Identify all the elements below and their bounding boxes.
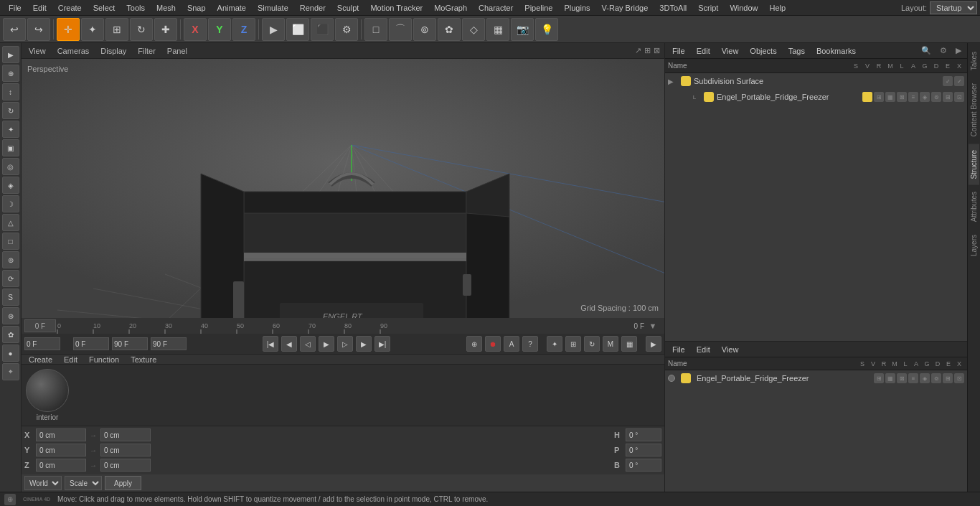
scene-tag-7[interactable]: ⊞ xyxy=(943,373,953,383)
cube-button[interactable]: □ xyxy=(364,18,387,41)
timeline-expand-btn[interactable]: ▼ xyxy=(644,322,661,330)
scale-select[interactable]: Scale xyxy=(65,476,102,490)
go-last-button[interactable]: ▶| xyxy=(374,336,390,352)
deformer-button[interactable]: ✿ xyxy=(438,18,461,41)
scene-tag-3[interactable]: ⊠ xyxy=(897,373,907,383)
undo-button[interactable]: ↩ xyxy=(3,18,26,41)
menu-snap[interactable]: Snap xyxy=(182,2,212,14)
camera-button[interactable]: 📷 xyxy=(511,18,534,41)
material-preview[interactable] xyxy=(26,369,69,412)
end-frame-input[interactable] xyxy=(151,337,187,350)
x-axis-button[interactable]: X xyxy=(184,18,207,41)
sidebar-btn-7[interactable]: ◈ xyxy=(2,177,19,194)
menu-select[interactable]: Select xyxy=(88,2,121,14)
coord-x-val2[interactable] xyxy=(100,428,151,441)
preview-end-input[interactable] xyxy=(112,337,148,350)
grid-key-btn[interactable]: ▦ xyxy=(621,336,637,352)
scene-file-menu[interactable]: File xyxy=(668,344,689,355)
obj-tag-8[interactable]: ⊡ xyxy=(954,92,964,102)
sidebar-btn-2[interactable]: ↕ xyxy=(2,83,19,100)
light-button[interactable]: 💡 xyxy=(535,18,558,41)
sidebar-btn-3[interactable]: ↻ xyxy=(2,102,19,119)
sidebar-btn-14[interactable]: ⊛ xyxy=(2,307,19,324)
next-key-button[interactable]: ▷ xyxy=(337,336,353,352)
scene-row-engel[interactable]: Engel_Portable_Fridge_Freezer ⊞ ▦ ⊠ ≡ ◈ … xyxy=(665,370,967,386)
scene-view-menu[interactable]: View xyxy=(717,344,743,355)
viewport-panel-menu[interactable]: Panel xyxy=(164,47,190,55)
menu-3dtoall[interactable]: 3DToAll xyxy=(654,2,692,14)
coord-p-val[interactable] xyxy=(626,444,661,456)
layout-select[interactable]: Startup xyxy=(930,1,977,14)
menu-simulate[interactable]: Simulate xyxy=(252,2,294,14)
field-button[interactable]: ◇ xyxy=(462,18,485,41)
menu-vray[interactable]: V-Ray Bridge xyxy=(596,2,654,14)
select-tool-button[interactable]: ✛ xyxy=(57,18,80,41)
vert-tab-layers[interactable]: Layers xyxy=(969,229,979,262)
prev-key-button[interactable]: ◁ xyxy=(300,336,316,352)
sidebar-btn-4[interactable]: ✦ xyxy=(2,121,19,138)
sidebar-btn-11[interactable]: ⊚ xyxy=(2,251,19,268)
redo-button[interactable]: ↪ xyxy=(27,18,50,41)
obj-tags-menu[interactable]: Tags xyxy=(784,45,809,57)
scene-tag-1[interactable]: ⊞ xyxy=(874,373,884,383)
viewport-icon-1[interactable]: ↗ xyxy=(635,46,641,55)
menu-render[interactable]: Render xyxy=(294,2,331,14)
obj-row-engel[interactable]: ▶ L Engel_Portable_Fridge_Freezer ⊞ ▦ ⊠ xyxy=(665,89,967,105)
menu-tools[interactable]: Tools xyxy=(121,2,151,14)
obj-color-engel[interactable] xyxy=(862,92,872,102)
record-btn[interactable]: ⏺ xyxy=(485,336,501,352)
scene-tag-4[interactable]: ≡ xyxy=(908,373,918,383)
menu-help[interactable]: Help xyxy=(764,2,792,14)
coord-b-val[interactable] xyxy=(626,459,661,472)
sidebar-btn-15[interactable]: ✿ xyxy=(2,326,19,343)
menu-plugins[interactable]: Plugins xyxy=(558,2,595,14)
menu-sculpt[interactable]: Sculpt xyxy=(331,2,365,14)
move-tool-button[interactable]: ✦ xyxy=(81,18,104,41)
vert-tab-structure[interactable]: Structure xyxy=(969,144,979,185)
menu-character[interactable]: Character xyxy=(473,2,519,14)
scale-tool-button[interactable]: ⊞ xyxy=(105,18,128,41)
scene-tag-5[interactable]: ◈ xyxy=(920,373,930,383)
scene-tag-2[interactable]: ▦ xyxy=(885,373,895,383)
obj-tag-2[interactable]: ▦ xyxy=(885,92,895,102)
obj-expand-icon-subdiv[interactable]: ▶ xyxy=(668,78,678,85)
viewport-display-menu[interactable]: Display xyxy=(98,47,129,55)
mat-edit-menu[interactable]: Edit xyxy=(61,355,80,364)
menu-pipeline[interactable]: Pipeline xyxy=(519,2,558,14)
obj-tag-6[interactable]: ⊚ xyxy=(931,92,941,102)
start-frame-input[interactable] xyxy=(24,337,60,350)
loop-key-btn[interactable]: ↻ xyxy=(584,336,600,352)
world-select[interactable]: World xyxy=(24,476,62,490)
sidebar-btn-17[interactable]: ⌖ xyxy=(2,363,19,380)
go-first-button[interactable]: |◀ xyxy=(263,336,278,352)
coord-y-val2[interactable] xyxy=(100,444,151,456)
scene-edit-menu[interactable]: Edit xyxy=(692,344,715,355)
sidebar-btn-13[interactable]: S xyxy=(2,289,19,306)
preview-start-input[interactable] xyxy=(73,337,109,350)
menu-edit[interactable]: Edit xyxy=(27,2,52,14)
sidebar-btn-10[interactable]: □ xyxy=(2,233,19,250)
keyframe-btn[interactable]: ▶ xyxy=(646,336,661,352)
3d-viewport[interactable]: X Y Z xyxy=(22,59,664,318)
obj-expand-icon[interactable]: ▶ xyxy=(953,46,964,55)
menu-animate[interactable]: Animate xyxy=(212,2,252,14)
render-all-button[interactable]: ⬛ xyxy=(311,18,334,41)
obj-objects-menu[interactable]: Objects xyxy=(745,45,781,57)
spline-button[interactable]: ⌒ xyxy=(389,18,412,41)
mat-create-menu[interactable]: Create xyxy=(26,355,55,364)
viewport-filter-menu[interactable]: Filter xyxy=(135,47,158,55)
menu-window[interactable]: Window xyxy=(724,2,763,14)
z-axis-button[interactable]: Z xyxy=(232,18,255,41)
menu-file[interactable]: File xyxy=(3,2,27,14)
keyframe-all-btn[interactable]: ⊕ xyxy=(466,336,482,352)
next-frame-button[interactable]: ▶ xyxy=(356,336,372,352)
obj-view-menu[interactable]: View xyxy=(717,45,743,57)
motion-btn[interactable]: M xyxy=(603,336,618,352)
rotate-tool-button[interactable]: ↻ xyxy=(130,18,153,41)
menu-motion-tracker[interactable]: Motion Tracker xyxy=(364,2,428,14)
obj-tag-4[interactable]: ≡ xyxy=(908,92,918,102)
menu-create[interactable]: Create xyxy=(52,2,88,14)
render-view-button[interactable]: ▶ xyxy=(262,18,285,41)
vert-tab-takes[interactable]: Takes xyxy=(969,46,979,76)
coord-z-val2[interactable] xyxy=(100,459,151,472)
